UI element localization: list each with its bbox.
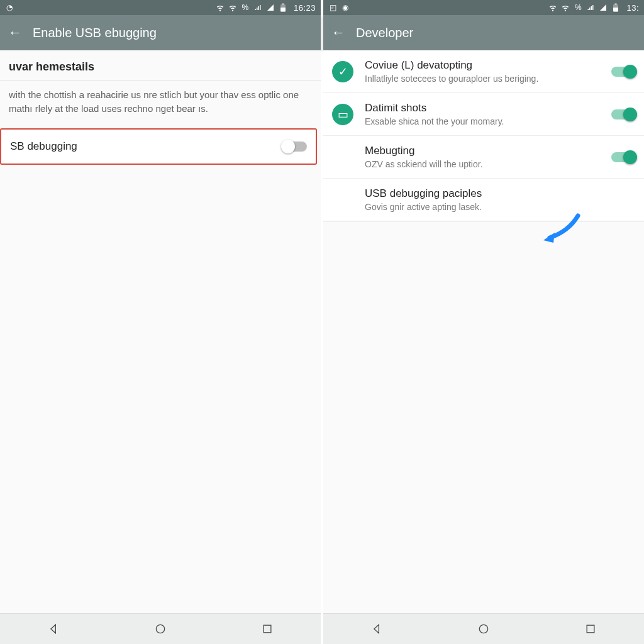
alarm-icon: ◔ <box>5 3 14 12</box>
row-subtitle: Govis gnir active apting lasek. <box>365 202 597 212</box>
row-toggle[interactable] <box>611 150 636 164</box>
svg-rect-4 <box>264 625 271 633</box>
dev-row-datimit[interactable]: ▭ Datimit shots Exsable shica not the yo… <box>323 93 644 136</box>
wifi-icon <box>561 3 570 12</box>
signal-icon <box>586 3 595 12</box>
battery-icon <box>611 3 620 12</box>
battery-icon <box>279 3 287 12</box>
nav-bar <box>323 613 644 644</box>
back-icon[interactable]: ← <box>8 25 23 40</box>
signal-icon <box>253 3 262 12</box>
percent-icon: % <box>574 3 582 12</box>
row-title: USB debugging paciples <box>365 187 597 200</box>
nav-back-icon[interactable] <box>370 622 384 636</box>
nav-home-icon[interactable] <box>477 622 491 636</box>
wifi-icon <box>216 3 225 12</box>
status-bar: ◰ ◉ % 13: <box>323 0 644 15</box>
svg-point-8 <box>479 625 487 633</box>
card-icon: ▭ <box>332 104 353 125</box>
dev-row-mebugting[interactable]: Mebugting OZV as sckiend will the uptior… <box>323 136 644 179</box>
row-title: Coviue (L) devatopting <box>365 59 597 72</box>
content-area: ✓ Coviue (L) devatopting Inllatliyle sot… <box>323 50 644 613</box>
row-subtitle: Exsable shica not the your momary. <box>365 116 597 126</box>
usb-debugging-row[interactable]: SB debugging <box>0 128 317 165</box>
section-header: uvar hemestails <box>0 50 321 80</box>
back-icon[interactable]: ← <box>331 25 346 40</box>
phone-right: ◰ ◉ % 13: ← Developer <box>323 0 644 644</box>
section-description: with the chottish a reahacirie us nre st… <box>0 80 321 125</box>
dev-row-coviue[interactable]: ✓ Coviue (L) devatopting Inllatliyle sot… <box>323 50 644 93</box>
check-icon: ✓ <box>332 61 353 82</box>
page-title: Enable USB ebugging <box>33 26 157 40</box>
signal-icon <box>266 3 275 12</box>
status-bar: ◔ % 16:23 <box>0 0 321 15</box>
svg-point-3 <box>156 625 164 633</box>
usb-debugging-label: SB debugging <box>10 140 77 153</box>
svg-rect-7 <box>615 4 617 5</box>
dev-row-usb-debugging[interactable]: USB debugging paciples Govis gnir active… <box>323 179 644 221</box>
nav-recents-icon[interactable] <box>260 622 274 636</box>
page-title: Developer <box>356 26 413 40</box>
row-toggle[interactable] <box>611 108 636 121</box>
sync-icon: ◉ <box>341 3 350 12</box>
svg-rect-2 <box>282 4 284 5</box>
row-title: Datimit shots <box>365 102 597 114</box>
nav-bar <box>0 613 321 644</box>
row-subtitle: Inllatliyle sotecees to gouraploer us be… <box>365 74 597 84</box>
wifi-icon <box>548 3 557 12</box>
row-toggle[interactable] <box>611 65 636 79</box>
app-bar: ← Developer <box>323 15 644 50</box>
svg-rect-1 <box>280 8 286 11</box>
signal-icon <box>599 3 608 12</box>
row-title: Mebugting <box>365 145 597 157</box>
app-bar: ← Enable USB ebugging <box>0 15 321 50</box>
nav-back-icon[interactable] <box>47 622 60 636</box>
wifi-icon <box>228 3 237 12</box>
nav-home-icon[interactable] <box>153 622 167 636</box>
content-area: uvar hemestails with the chottish a reah… <box>0 50 321 613</box>
svg-rect-6 <box>613 8 618 11</box>
status-time: 13: <box>626 3 639 13</box>
percent-icon: % <box>241 3 250 12</box>
row-subtitle: OZV as sckiend will the uptior. <box>365 159 597 169</box>
crop-icon: ◰ <box>328 3 337 12</box>
phone-left: ◔ % 16:23 ← Enable USB ebugging <box>0 0 323 644</box>
usb-debugging-toggle[interactable] <box>282 140 307 153</box>
status-time: 16:23 <box>294 3 316 13</box>
svg-rect-9 <box>587 625 594 633</box>
nav-recents-icon[interactable] <box>584 622 597 636</box>
